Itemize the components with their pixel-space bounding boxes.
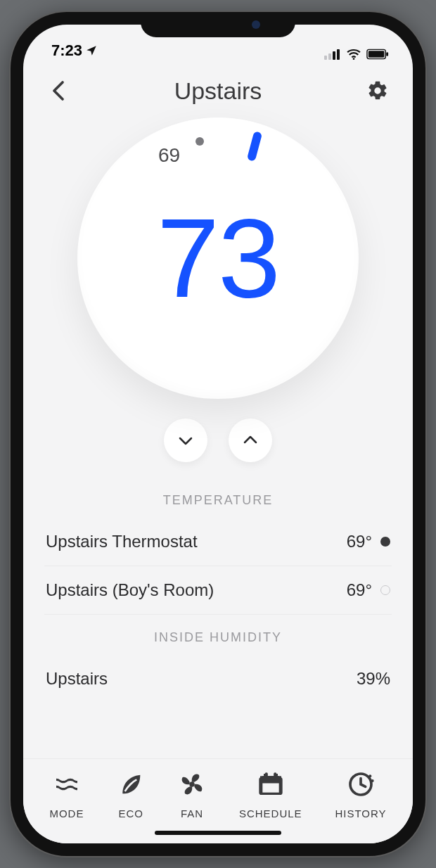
tab-mode[interactable]: MODE [49, 770, 84, 819]
tab-label: HISTORY [335, 808, 386, 819]
tab-label: SCHEDULE [239, 808, 302, 819]
humidity-value: 39% [357, 669, 390, 689]
page-title: Upstairs [174, 77, 262, 105]
sensor-name: Upstairs Thermostat [46, 532, 198, 551]
svg-point-17 [371, 779, 374, 782]
sensor-value: 69° [347, 532, 372, 551]
screen: 7:23 [23, 25, 413, 843]
sensor-row[interactable]: Upstairs Thermostat 69° [44, 518, 392, 566]
sensor-sections: TEMPERATURE Upstairs Thermostat 69° Upst… [23, 462, 413, 758]
location-icon [85, 44, 98, 57]
home-indicator[interactable] [155, 831, 281, 835]
svg-rect-3 [337, 49, 340, 60]
sensor-value: 69° [347, 580, 372, 600]
nav-header: Upstairs [23, 61, 413, 112]
svg-rect-7 [386, 52, 388, 56]
svg-rect-6 [368, 51, 385, 57]
setpoint-temperature: 73 [157, 202, 279, 314]
inactive-sensor-dot-icon [380, 585, 390, 595]
tab-schedule[interactable]: SCHEDULE [239, 770, 302, 819]
temperature-section-title: TEMPERATURE [44, 493, 392, 508]
fan-icon [178, 770, 206, 800]
sensor-row[interactable]: Upstairs (Boy's Room) 69° [44, 566, 392, 615]
tab-label: MODE [49, 808, 84, 819]
temp-down-button[interactable] [164, 419, 207, 462]
leaf-icon [117, 770, 145, 800]
calendar-icon [257, 770, 285, 800]
svg-rect-1 [328, 53, 331, 60]
temp-up-button[interactable] [229, 419, 272, 462]
svg-rect-2 [333, 51, 335, 60]
status-time: 7:23 [51, 42, 82, 60]
svg-point-16 [368, 774, 371, 777]
svg-rect-0 [324, 56, 327, 60]
svg-point-4 [353, 58, 355, 60]
humidity-row[interactable]: Upstairs 39% [44, 655, 392, 703]
ambient-temp-label: 69 [158, 144, 180, 167]
temperature-controls [164, 419, 272, 462]
ambient-temp-marker-icon [195, 137, 204, 146]
tab-label: FAN [181, 808, 203, 819]
wifi-icon [346, 49, 361, 60]
setpoint-marker-icon [241, 127, 269, 170]
cell-signal-icon [324, 49, 341, 60]
history-icon [347, 770, 375, 800]
back-button[interactable] [44, 77, 72, 105]
thermostat-dial-area: 69 73 [23, 112, 413, 462]
tab-history[interactable]: HISTORY [335, 770, 386, 819]
mode-icon [53, 770, 81, 800]
humidity-name: Upstairs [46, 669, 108, 689]
tab-label: ECO [118, 808, 143, 819]
settings-button[interactable] [364, 77, 392, 105]
humidity-section-title: INSIDE HUMIDITY [44, 630, 392, 645]
device-notch [141, 12, 295, 37]
phone-frame: 7:23 [11, 12, 425, 856]
tab-fan[interactable]: FAN [178, 770, 206, 819]
thermostat-dial[interactable]: 69 73 [77, 117, 359, 399]
sensor-name: Upstairs (Boy's Room) [46, 580, 214, 600]
svg-point-8 [189, 781, 194, 786]
battery-icon [366, 49, 389, 60]
svg-rect-13 [262, 783, 278, 792]
active-sensor-dot-icon [380, 537, 390, 547]
tab-eco[interactable]: ECO [117, 770, 145, 819]
